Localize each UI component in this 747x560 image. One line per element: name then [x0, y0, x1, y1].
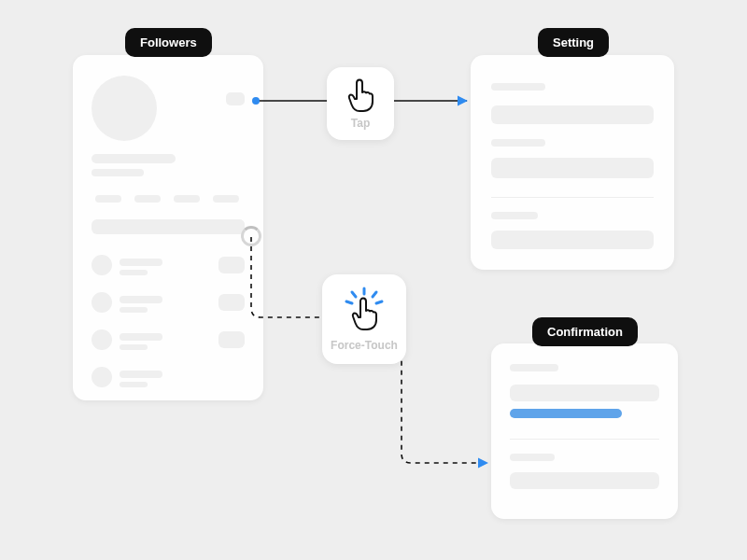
- svg-line-3: [346, 301, 352, 303]
- gesture-force-touch-chip: Force-Touch: [322, 274, 406, 364]
- svg-line-4: [376, 301, 382, 303]
- tap-hand-icon: [345, 77, 376, 113]
- gesture-tap-chip: Tap: [327, 67, 394, 140]
- badge-confirmation: Confirmation: [532, 317, 638, 346]
- dot-tap-origin: [252, 97, 260, 105]
- gesture-tap-label: Tap: [351, 117, 370, 130]
- svg-line-2: [373, 292, 376, 297]
- svg-line-1: [352, 292, 356, 297]
- force-touch-hand-icon: [343, 287, 386, 335]
- loading-ring-icon: [241, 226, 261, 246]
- badge-setting: Setting: [538, 28, 609, 57]
- badge-followers: Followers: [125, 28, 212, 57]
- gesture-force-touch-label: Force-Touch: [331, 339, 398, 352]
